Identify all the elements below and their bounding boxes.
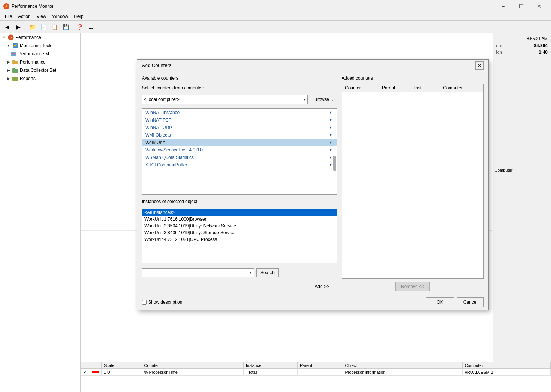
- view-button[interactable]: ☷: [86, 22, 96, 32]
- add-button[interactable]: Add >>: [307, 282, 337, 291]
- window-title: Performance Monitor: [12, 4, 495, 9]
- toolbar-separator-1: [25, 23, 25, 31]
- bottom-table-area: Scale Counter Instance Parent Object Com…: [81, 362, 551, 392]
- counter-expand-icon[interactable]: ▼: [328, 125, 334, 131]
- maximize-button[interactable]: ☐: [512, 1, 530, 11]
- counter-expand-icon[interactable]: ▼: [328, 117, 334, 123]
- search-button[interactable]: Search: [256, 268, 279, 277]
- counter-list[interactable]: WinNAT Instance ▼ WinNAT TCP ▼ WinNAT UD…: [142, 108, 337, 195]
- cell-counter: % Processor Time: [142, 369, 243, 376]
- dialog-title: Add Counters: [142, 62, 475, 68]
- counter-expand-icon[interactable]: ▼: [328, 110, 334, 116]
- counter-item-wsman[interactable]: WSMan Quota Statistics ▼: [142, 154, 337, 161]
- instance-3[interactable]: WorkUnit|3|8436|1019|Utility: Storage Se…: [142, 229, 337, 236]
- minimize-button[interactable]: −: [495, 1, 512, 11]
- expand-icon-reports: ▶: [6, 76, 11, 81]
- computer-combo-arrow: ▼: [303, 98, 306, 101]
- col-parent: Parent: [379, 84, 411, 92]
- instance-value: WorkUnit|1|7616|1000|Browser: [144, 217, 206, 222]
- data-collector-icon: [12, 67, 18, 73]
- color-bar: [92, 371, 99, 373]
- counter-item-winnat-instance[interactable]: WinNAT Instance ▼: [142, 109, 337, 116]
- sidebar-label-perf-monitor: Performance M...: [18, 51, 53, 56]
- col-counter: Counter: [342, 84, 379, 92]
- counter-item-work-unit[interactable]: Work Unit ▼: [142, 139, 337, 146]
- dialog-left-panel: Available counters Select counters from …: [142, 76, 337, 291]
- instance-value: <All instances>: [144, 210, 175, 215]
- sidebar-item-performance-monitor[interactable]: Performance M...: [0, 50, 80, 58]
- expand-icon: ▼: [2, 35, 6, 40]
- instance-2[interactable]: WorkUnit|2|8504|1019|Utility: Network Se…: [142, 223, 337, 229]
- counter-name: WMI Objects: [145, 132, 328, 138]
- cell-scale: 1.0: [102, 369, 142, 376]
- counter-item-winnat-udp[interactable]: WinNAT UDP ▼: [142, 124, 337, 131]
- counter-name: XHCI CommonBuffer: [145, 162, 328, 168]
- ok-button[interactable]: OK: [426, 297, 454, 307]
- menu-view[interactable]: View: [34, 13, 49, 20]
- menu-action[interactable]: Action: [15, 13, 33, 20]
- properties-button[interactable]: 📋: [49, 22, 60, 32]
- forward-button[interactable]: ▶: [13, 22, 24, 32]
- counter-expand-icon[interactable]: ▼: [328, 132, 334, 138]
- add-button-row: Add >>: [142, 282, 337, 291]
- dialog-title-bar: Add Counters ✕: [137, 60, 488, 71]
- perf-folder-icon: [12, 59, 18, 65]
- instance-value: WorkUnit|4|7312|1021|GPU Process: [144, 237, 217, 242]
- sidebar-item-performance-root[interactable]: ▼ P Performance: [0, 33, 80, 42]
- window-controls: − ☐ ✕: [495, 1, 548, 11]
- col-scale: Scale: [102, 362, 142, 369]
- new-collector-button[interactable]: 💾: [61, 22, 71, 32]
- show-description-label[interactable]: Show description: [142, 300, 182, 305]
- browse-button[interactable]: Browse...: [310, 95, 337, 104]
- show-description-checkbox[interactable]: [142, 300, 147, 305]
- back-button[interactable]: ◀: [2, 22, 12, 32]
- cell-computer: \\RUALVESM-2: [462, 369, 550, 376]
- instance-all[interactable]: <All instances>: [142, 209, 337, 216]
- show-hide-button[interactable]: 📄: [38, 22, 49, 32]
- svg-rect-9: [12, 77, 15, 78]
- sidebar-item-reports[interactable]: ▶ Reports: [0, 74, 80, 83]
- remove-button: Remove <<: [395, 282, 430, 291]
- counter-item-wmi-objects[interactable]: WMI Objects ▼: [142, 131, 337, 139]
- menu-window[interactable]: Window: [49, 13, 71, 20]
- counter-name: Work Unit: [145, 140, 328, 145]
- counter-expand-icon[interactable]: ▼: [328, 147, 334, 153]
- cell-parent: ---: [297, 369, 343, 376]
- help-button[interactable]: ❓: [74, 22, 85, 32]
- counter-name: WSMan Quota Statistics: [145, 155, 328, 160]
- cell-object: Processor Information: [343, 369, 462, 376]
- sidebar: ▼ P Performance ▼ Monitoring Tools: [0, 33, 81, 392]
- cancel-button[interactable]: Cancel: [457, 297, 484, 307]
- computer-combo[interactable]: <Local computer> ▼: [142, 95, 308, 104]
- search-combo[interactable]: ▼: [142, 268, 254, 277]
- counter-item-winnat-tcp[interactable]: WinNAT TCP ▼: [142, 116, 337, 124]
- show-description-text: Show description: [148, 300, 182, 305]
- sidebar-item-monitoring-tools[interactable]: ▼ Monitoring Tools: [0, 42, 80, 50]
- content-area: ▼ P Performance ▼ Monitoring Tools: [0, 33, 551, 392]
- dialog-bottom-row: Show description OK Cancel: [137, 296, 488, 310]
- instances-list[interactable]: <All instances> WorkUnit|1|7616|1000|Bro…: [142, 209, 337, 263]
- sidebar-item-data-collector[interactable]: ▶ Data Collector Set: [0, 66, 80, 74]
- col-parent2: Parent: [297, 362, 343, 369]
- counter-expand-icon[interactable]: ▼: [328, 154, 334, 160]
- computer-combo-value: <Local computer>: [144, 97, 180, 102]
- perf-monitor-icon: [11, 51, 17, 57]
- counter-expand-icon[interactable]: ▼: [328, 162, 334, 168]
- close-button[interactable]: ✕: [530, 1, 548, 11]
- dialog-close-button[interactable]: ✕: [475, 61, 484, 70]
- sidebar-item-performance[interactable]: ▶ Performance: [0, 58, 80, 66]
- menu-help[interactable]: Help: [71, 13, 86, 20]
- instance-1[interactable]: WorkUnit|1|7616|1000|Browser: [142, 216, 337, 223]
- search-combo-arrow: ▼: [249, 271, 252, 275]
- scrollbar-thumb: [333, 156, 336, 171]
- instance-4[interactable]: WorkUnit|4|7312|1021|GPU Process: [142, 236, 337, 243]
- counter-name: WorkflowServiceHost 4.0.0.0: [145, 147, 328, 153]
- counter-item-workflow[interactable]: WorkflowServiceHost 4.0.0.0 ▼: [142, 146, 337, 154]
- menu-file[interactable]: File: [2, 13, 15, 20]
- table-row: ✓ 1.0 % Processor Time _Total --- Proces…: [81, 369, 551, 376]
- counter-expand-icon[interactable]: ▼: [328, 140, 334, 146]
- menu-bar: File Action View Window Help: [0, 12, 551, 21]
- counter-item-xhci[interactable]: XHCI CommonBuffer ▼: [142, 161, 337, 169]
- added-counters-table: Counter Parent Inst... Computer: [342, 84, 484, 279]
- up-button[interactable]: 📁: [27, 22, 37, 32]
